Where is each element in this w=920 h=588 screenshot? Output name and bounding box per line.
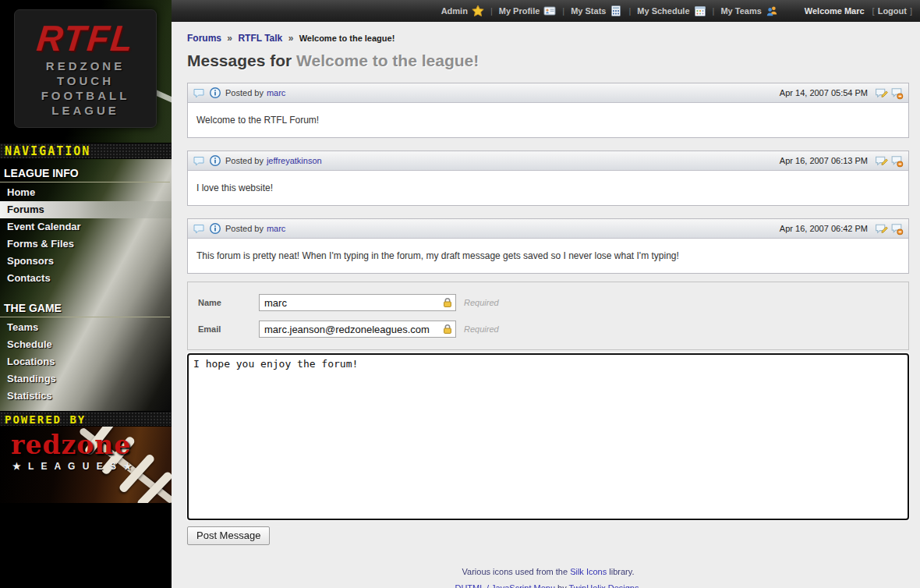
topbar-item-my-profile[interactable]: My Profile [499,5,557,17]
sidebar-item-contacts[interactable]: Contacts [0,270,172,287]
navigation-header: NAVIGATION [0,143,172,159]
topbar-separator: | [713,6,715,16]
info-icon [209,87,221,99]
footer-text: Various icons used from the [462,567,571,576]
delete-comment-icon[interactable] [890,222,904,236]
footer-line1: Various icons used from the Silk Icons l… [187,567,909,576]
page-title-topic: Welcome to the league! [296,51,479,69]
reply-form: Name Required Email Required [187,282,909,350]
topbar-item-my-stats[interactable]: My Stats [571,5,622,17]
post-message-button[interactable]: Post Message [187,526,270,545]
breadcrumb-link-forums[interactable]: Forums [187,33,221,44]
forum-message: Posted by marc Apr 16, 2007 06:42 PM Thi… [187,218,909,274]
breadcrumb-separator: » [288,33,294,44]
topbar-menu: Admin | My Profile | My Stats | My Sched… [441,5,778,17]
silk-icons-link[interactable]: Silk Icons [570,567,607,576]
message-header: Posted by marc Apr 16, 2007 06:42 PM [188,219,908,239]
breadcrumb-separator: » [227,33,232,44]
edit-comment-icon[interactable] [875,87,888,100]
message-header: Posted by marc Apr 14, 2007 05:54 PM [188,83,908,103]
footer-line2: DHTML / JavaScript Menu by TwinHelix Des… [187,583,909,588]
topbar-item-my-teams[interactable]: My Teams [720,5,777,17]
twinhelix-link[interactable]: TwinHelix Designs [569,583,639,588]
author-link[interactable]: marc [267,224,285,233]
page-title: Messages for Welcome to the league! [187,51,909,70]
sidebar-menu: LEAGUE INFO Home Forums Event Calendar F… [0,161,172,405]
logo-line: LEAGUE [15,103,156,118]
calculator-icon [610,5,622,17]
required-label: Required [464,298,499,307]
logo-acronym: RTFL [12,18,157,58]
vcard-icon [543,5,556,17]
sidebar-item-event-calendar[interactable]: Event Calendar [0,218,172,236]
required-label: Required [464,324,499,334]
delete-comment-icon[interactable] [890,87,904,100]
sidebar-item-standings[interactable]: Standings [0,370,172,388]
name-input[interactable] [259,294,456,311]
welcome-text: Welcome Marc [805,6,865,16]
sidebar-item-teams[interactable]: Teams [0,319,172,336]
name-label: Name [198,298,259,307]
topbar-item-label: My Profile [499,6,540,16]
calendar-icon [694,5,706,17]
forum-message: Posted by jeffreyatkinson Apr 16, 2007 0… [187,151,909,206]
topbar-user-area: Welcome Marc [ Logout ] [805,6,912,16]
logout-bracket-right: ] [910,6,912,16]
topbar-separator: | [562,6,564,16]
message-date: Apr 14, 2007 05:54 PM [780,88,868,97]
sidebar-item-forms-files[interactable]: Forms & Files [0,236,172,253]
info-icon [209,222,221,235]
star-icon [472,5,484,17]
name-input-wrap [259,294,456,311]
logout-link[interactable]: Logout [878,6,907,16]
menu-section-league-info: LEAGUE INFO [0,161,170,182]
dhtml-menu-link[interactable]: DHTML / JavaScript Menu [455,583,555,588]
sidebar-item-forums[interactable]: Forums [0,201,172,218]
topbar-item-label: Admin [441,6,468,16]
breadcrumb-current: Welcome to the league! [299,34,395,43]
breadcrumb: Forums » RTFL Talk » Welcome to the leag… [187,33,909,44]
topbar-item-label: My Stats [571,6,606,16]
message-textarea[interactable]: I hope you enjoy the forum! [187,353,909,520]
message-body: Welcome to the RTFL Forum! [188,103,908,137]
menu-section-the-game: THE GAME [0,296,170,317]
content: Forums » RTFL Talk » Welcome to the leag… [172,22,920,588]
message-body: This forum is pretty neat! When I'm typi… [188,239,908,273]
leagues-wordmark: ★ L E A G U E S ★ [12,461,134,472]
posted-by-label: Posted by [225,224,264,233]
author-link[interactable]: marc [267,88,285,97]
footer: Various icons used from the Silk Icons l… [187,567,909,588]
redzone-wordmark: redzone [11,430,131,460]
topbar-item-admin[interactable]: Admin [441,5,484,17]
breadcrumb-link-rtfl-talk[interactable]: RTFL Talk [238,33,282,44]
email-input[interactable] [259,321,456,338]
footer-text: by [555,583,569,588]
author-link[interactable]: jeffreyatkinson [267,156,322,165]
sidebar-item-home[interactable]: Home [0,184,172,201]
sidebar-item-sponsors[interactable]: Sponsors [0,253,172,270]
logo-line: REDZONE [15,58,156,73]
redzone-leagues-logo: redzone ★ L E A G U E S ★ [0,427,172,503]
edit-comment-icon[interactable] [875,222,888,236]
posted-by-label: Posted by [225,156,264,165]
comment-icon [193,222,205,235]
message-date: Apr 16, 2007 06:13 PM [780,156,868,165]
logout-bracket-left: [ [872,6,875,16]
message-date: Apr 16, 2007 06:42 PM [780,224,868,233]
topbar-separator: | [628,6,631,16]
delete-comment-icon[interactable] [890,154,904,168]
email-label: Email [198,324,259,334]
posted-by-label: Posted by [225,88,264,97]
logo-line: FOOTBALL [15,88,156,103]
footer-text: library. [607,567,634,576]
topbar-item-my-schedule[interactable]: My Schedule [637,5,706,17]
name-row: Name Required [198,294,898,311]
sidebar-item-locations[interactable]: Locations [0,353,172,370]
main-area: Admin | My Profile | My Stats | My Sched… [172,0,920,588]
sidebar-item-schedule[interactable]: Schedule [0,336,172,353]
group-icon [766,5,778,17]
sidebar-item-statistics[interactable]: Statistics [0,388,172,405]
edit-comment-icon[interactable] [875,154,888,168]
comment-icon [193,154,205,167]
page-title-prefix: Messages for [187,51,296,69]
